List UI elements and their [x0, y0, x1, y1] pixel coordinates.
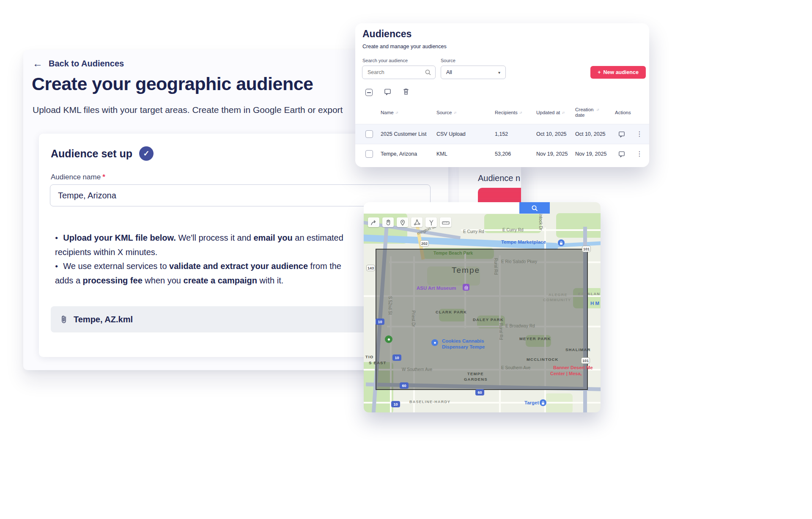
cell-source: CSV Upload	[436, 131, 466, 137]
table-row[interactable]: 2025 Customer List CSV Upload 1,152 Oct …	[355, 124, 649, 144]
back-to-audiences-link[interactable]: ← Back to Audiences	[33, 58, 124, 69]
map-label-neighborhood: TEMPE	[467, 371, 484, 376]
map-label-neighborhood: TIO	[365, 354, 373, 359]
delete-icon[interactable]	[403, 88, 409, 97]
row-checkbox[interactable]	[365, 130, 373, 138]
map-label-street: E Curry Rd	[463, 229, 484, 234]
column-header-updated-at[interactable]: Updated at↓↑	[536, 110, 564, 115]
row-checkbox[interactable]	[365, 150, 373, 158]
bullet-dot-icon: ●	[55, 263, 58, 269]
cell-recipients: 1,152	[495, 131, 508, 137]
route-shield-101: 101	[582, 246, 591, 252]
row-message-icon[interactable]	[618, 131, 625, 139]
ruler-tool[interactable]	[440, 217, 451, 227]
row-kebab-menu-icon[interactable]: ⋮	[636, 150, 643, 158]
pin-badge-icon	[431, 339, 438, 346]
cell-creation-date: Oct 10, 2025	[575, 131, 606, 137]
map-label-park: Tempe Beach Park	[433, 250, 473, 255]
audience-search-field[interactable]	[362, 66, 436, 79]
museum-badge-icon	[463, 284, 469, 291]
route-shield-202: 202	[420, 240, 429, 247]
map-label-neighborhood: COMMUNITY	[543, 298, 571, 302]
map-label-park: CLARK PARK	[436, 310, 467, 314]
cell-name: Tempe, Arizona	[381, 151, 417, 157]
share-arrow-tool[interactable]	[368, 217, 379, 227]
map-label-neighborhood: ESCALAN	[578, 292, 600, 296]
map-label-street: E Curry Rd	[502, 228, 523, 232]
cell-name: 2025 Customer List	[381, 131, 426, 137]
map-label-poi: Center | Mesa,	[550, 371, 582, 376]
row-message-icon[interactable]	[618, 151, 625, 159]
audience-name-label: Audience name*	[51, 173, 105, 181]
column-header-recipients[interactable]: Recipients↓↑	[495, 110, 522, 115]
audiences-panel: Audiences Create and manage your audienc…	[355, 23, 649, 167]
column-header-name[interactable]: Name↓↑	[381, 110, 398, 115]
bulk-actions-row	[365, 88, 409, 97]
route-shield-143: 143	[366, 265, 375, 271]
column-header-actions: Actions	[615, 110, 631, 115]
source-select[interactable]: All ▾	[441, 66, 506, 79]
file-name-label: Tempe, AZ.kml	[74, 315, 133, 324]
column-header-source[interactable]: Source↓↑	[436, 110, 456, 115]
map-label-poi: Dispensary Tempe	[442, 344, 485, 349]
column-header-creation-date[interactable]: Creation date↓↑	[575, 107, 603, 118]
map-label-poi: Cookies Cannabis	[442, 338, 484, 343]
required-asterisk: *	[102, 173, 105, 181]
search-icon	[425, 69, 431, 75]
plus-icon: +	[598, 69, 601, 75]
map-label-neighborhood: BASELINE-HARDY	[409, 400, 450, 404]
cell-source: KML	[436, 151, 447, 157]
map-search-bar[interactable]	[364, 202, 550, 214]
bulk-message-icon[interactable]	[384, 88, 391, 97]
page-title: Create your geographic audience	[32, 74, 313, 94]
cell-updated-at: Oct 10, 2025	[536, 131, 567, 137]
cell-creation-date: Nov 19, 2025	[575, 151, 606, 157]
map-label-poi: Banner Desert Me	[553, 365, 593, 370]
sort-icon: ↓↑	[519, 111, 522, 115]
cell-recipients: 53,206	[495, 151, 511, 157]
lock-badge-icon	[558, 239, 565, 246]
placemark-pin-tool[interactable]	[397, 217, 408, 227]
arrow-left-icon: ←	[33, 58, 43, 69]
route-shield-us60: 60	[400, 382, 409, 389]
sort-icon: ↓↑	[562, 111, 564, 115]
back-link-label: Back to Audiences	[49, 59, 124, 69]
polygon-path-tool[interactable]	[411, 217, 422, 227]
map-label-street: W Southern Ave	[402, 367, 432, 372]
new-audience-button[interactable]: + New audience	[590, 66, 646, 79]
map-label-street: E Broadway Rd	[505, 324, 535, 328]
map-label-street: Rural Rd	[494, 258, 498, 275]
map-label-neighborhood: SHALIMAR	[565, 347, 591, 352]
bullet-dot-icon: ●	[55, 235, 58, 241]
map-label-city: Tempe	[452, 266, 480, 275]
sort-icon: ↓↑	[596, 108, 599, 112]
route-shield-101: 101	[581, 357, 590, 364]
map-label-poi: Target	[524, 400, 539, 405]
table-row[interactable]: Tempe, Arizona KML 53,206 Nov 19, 2025 N…	[355, 144, 649, 164]
map-label-neighborhood: S EAST	[369, 360, 387, 365]
park-badge-icon	[385, 335, 392, 343]
audiences-title: Audiences	[362, 28, 411, 40]
pan-hand-tool[interactable]	[382, 217, 394, 227]
map-label-neighborhood: MCCLINTOCK	[527, 357, 559, 362]
audiences-subtitle: Create and manage your audiences	[362, 44, 447, 49]
sort-icon: ↓↑	[453, 111, 456, 115]
map-label-neighborhood: GARDENS	[464, 377, 488, 382]
select-all-checkbox[interactable]	[365, 89, 373, 96]
map-search-button[interactable]	[519, 202, 550, 214]
audience-search-input[interactable]	[367, 69, 422, 76]
setup-heading-label: Audience set up	[51, 148, 132, 160]
route-shield-i10: 10	[391, 401, 400, 407]
lock-badge-icon	[540, 399, 546, 406]
google-earth-map-panel: rrington St E Curry Rd E Curry Rd Clinto…	[364, 202, 601, 412]
check-circle-icon: ✓	[139, 146, 154, 161]
row-kebab-menu-icon[interactable]: ⋮	[636, 130, 643, 138]
branch-tool[interactable]	[425, 217, 437, 227]
route-shield-i10: 10	[376, 319, 384, 325]
page-subtitle: Upload KML files with your target areas.…	[33, 105, 343, 115]
chevron-down-icon: ▾	[498, 70, 500, 75]
sort-icon: ↓↑	[395, 111, 398, 115]
map-label-street: Rural Rd	[499, 323, 503, 340]
source-select-value: All	[446, 69, 452, 75]
map-label-street: E Southern Ave	[501, 365, 530, 370]
